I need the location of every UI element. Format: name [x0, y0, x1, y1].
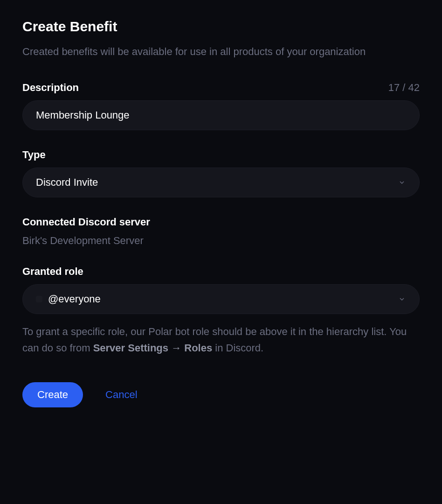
- description-input[interactable]: [22, 100, 420, 130]
- granted-role-select[interactable]: @everyone: [22, 284, 420, 314]
- page-title: Create Benefit: [22, 19, 420, 35]
- chevron-down-icon: [398, 178, 406, 187]
- button-row: Create Cancel: [22, 382, 420, 407]
- role-color-icon: [36, 296, 42, 302]
- granted-role-select-value: @everyone: [48, 293, 101, 305]
- granted-role-help: To grant a specific role, our Polar bot …: [22, 323, 420, 356]
- type-select[interactable]: Discord Invite: [22, 168, 420, 197]
- description-char-counter: 17 / 42: [388, 82, 420, 94]
- cancel-button[interactable]: Cancel: [105, 389, 137, 401]
- create-button[interactable]: Create: [22, 382, 83, 407]
- chevron-down-icon: [398, 295, 406, 303]
- page-subtitle: Created benefits will be available for u…: [22, 44, 420, 59]
- connected-server-group: Connected Discord server Birk's Developm…: [22, 216, 420, 247]
- description-group: Description 17 / 42: [22, 82, 420, 130]
- type-label: Type: [22, 149, 46, 161]
- type-select-value: Discord Invite: [36, 176, 98, 189]
- granted-role-group: Granted role @everyone To grant a specif…: [22, 266, 420, 356]
- description-label: Description: [22, 82, 79, 94]
- connected-server-label: Connected Discord server: [22, 216, 150, 228]
- granted-role-label: Granted role: [22, 266, 83, 278]
- type-group: Type Discord Invite: [22, 149, 420, 197]
- connected-server-value: Birk's Development Server: [22, 235, 420, 247]
